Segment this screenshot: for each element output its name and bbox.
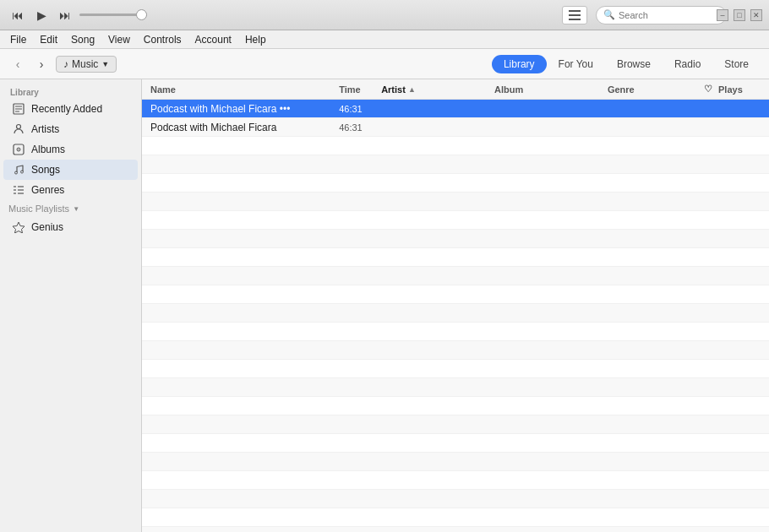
chevron-down-icon: ▼ (101, 60, 109, 68)
songs-icon (12, 163, 25, 176)
sidebar-item-recently-added[interactable]: Recently Added (3, 99, 138, 119)
prev-button[interactable]: ⏮ (7, 4, 29, 26)
music-playlists-section[interactable]: Music Playlists ▼ (0, 200, 141, 217)
menu-edit[interactable]: Edit (35, 32, 63, 47)
search-bar[interactable]: 🔍 (596, 6, 727, 24)
menu-line-3 (569, 19, 581, 20)
col-header-album: Album (494, 84, 608, 95)
empty-row (142, 471, 769, 490)
svg-point-4 (17, 125, 21, 129)
col-header-artist[interactable]: Artist ▲ (381, 84, 494, 95)
main-layout: Library Recently Added Artists (0, 79, 769, 532)
music-selector[interactable]: ♪ Music ▼ (56, 56, 117, 73)
svg-point-7 (18, 149, 19, 149)
menu-file[interactable]: File (5, 32, 31, 47)
menu-help[interactable]: Help (240, 32, 271, 47)
genres-label: Genres (31, 184, 64, 196)
nav-forward-button[interactable]: › (32, 55, 51, 73)
empty-row (142, 155, 769, 174)
nav-bar: ‹ › ♪ Music ▼ Library For You Browse Rad… (0, 49, 769, 79)
sort-arrow-icon: ▲ (408, 85, 416, 94)
artists-label: Artists (31, 123, 59, 135)
albums-label: Albums (31, 144, 65, 155)
tab-for-you[interactable]: For You (547, 55, 605, 73)
table-header: Name Time Artist ▲ Album Genre ♡ Plays (142, 79, 769, 100)
empty-row (142, 285, 769, 304)
empty-row (142, 527, 769, 532)
menu-icon-button[interactable] (562, 6, 587, 24)
menu-line-1 (569, 10, 581, 12)
genius-label: Genius (31, 221, 63, 233)
play-button[interactable]: ▶ (30, 4, 52, 26)
row-name-1: Podcast with Michael Ficara ••• (150, 103, 339, 115)
svg-marker-16 (13, 222, 25, 233)
songs-label: Songs (31, 164, 60, 176)
tab-browse[interactable]: Browse (605, 55, 663, 73)
genres-icon (12, 183, 25, 197)
col-header-plays: Plays (718, 84, 761, 95)
tab-store[interactable]: Store (712, 55, 761, 73)
sidebar-item-genres[interactable]: Genres (3, 180, 138, 200)
col-header-name: Name (150, 84, 339, 95)
volume-thumb[interactable] (136, 9, 147, 20)
menu-view[interactable]: View (103, 32, 135, 47)
empty-row (142, 230, 769, 248)
title-bar: ⏮ ▶ ⏭ 🔍 – □ ✕ (0, 0, 769, 30)
col-artist-label: Artist (381, 84, 406, 95)
empty-row (142, 323, 769, 341)
minimize-button[interactable]: – (717, 9, 728, 21)
recently-added-icon (12, 102, 25, 116)
empty-row (142, 490, 769, 508)
tab-radio[interactable]: Radio (663, 55, 712, 73)
col-header-time: Time (339, 84, 381, 95)
empty-row (142, 248, 769, 267)
empty-row (142, 211, 769, 230)
content-area: Name Time Artist ▲ Album Genre ♡ Plays P… (142, 79, 769, 532)
sidebar-item-albums[interactable]: Albums (3, 139, 138, 160)
menu-account[interactable]: Account (190, 32, 237, 47)
sidebar-item-genius[interactable]: Genius (3, 217, 138, 237)
music-label: Music (72, 58, 98, 70)
table-row[interactable]: Podcast with Michael Ficara ••• 46:31 (142, 100, 769, 118)
svg-point-8 (15, 171, 18, 174)
search-input[interactable] (619, 10, 719, 20)
empty-row (142, 434, 769, 453)
albums-icon (12, 143, 25, 156)
empty-row (142, 453, 769, 471)
tab-library[interactable]: Library (492, 55, 547, 73)
library-section-label: Library (0, 84, 141, 99)
artists-icon (12, 122, 25, 136)
row-time-1: 46:31 (339, 104, 381, 114)
sidebar-item-artists[interactable]: Artists (3, 119, 138, 139)
table-row[interactable]: Podcast with Michael Ficara 46:31 (142, 118, 769, 137)
empty-row (142, 267, 769, 285)
search-icon: 🔍 (603, 9, 615, 20)
close-button[interactable]: ✕ (750, 9, 762, 21)
menu-line-2 (569, 14, 581, 16)
tab-bar: Library For You Browse Radio Store (492, 55, 761, 73)
recently-added-label: Recently Added (31, 103, 102, 115)
sidebar: Library Recently Added Artists (0, 79, 142, 532)
next-button[interactable]: ⏭ (54, 4, 76, 26)
music-note-icon: ♪ (63, 58, 68, 70)
volume-slider[interactable] (79, 14, 155, 16)
chevron-down-playlists-icon: ▼ (73, 205, 79, 213)
menu-bar: File Edit Song View Controls Account Hel… (0, 30, 769, 49)
transport-controls: ⏮ ▶ ⏭ (7, 4, 76, 26)
empty-row (142, 378, 769, 397)
nav-back-button[interactable]: ‹ (8, 55, 27, 73)
music-playlists-label: Music Playlists (8, 204, 69, 214)
window-controls: – □ ✕ (717, 9, 762, 21)
col-header-heart: ♡ (698, 84, 718, 95)
volume-track (79, 14, 147, 16)
empty-row (142, 193, 769, 211)
empty-row (142, 508, 769, 527)
menu-song[interactable]: Song (66, 32, 100, 47)
empty-row (142, 415, 769, 434)
menu-controls[interactable]: Controls (139, 32, 187, 47)
row-name-2: Podcast with Michael Ficara (150, 122, 339, 133)
maximize-button[interactable]: □ (734, 9, 745, 21)
sidebar-item-songs[interactable]: Songs (3, 160, 138, 180)
empty-row (142, 304, 769, 323)
svg-point-9 (21, 171, 24, 173)
